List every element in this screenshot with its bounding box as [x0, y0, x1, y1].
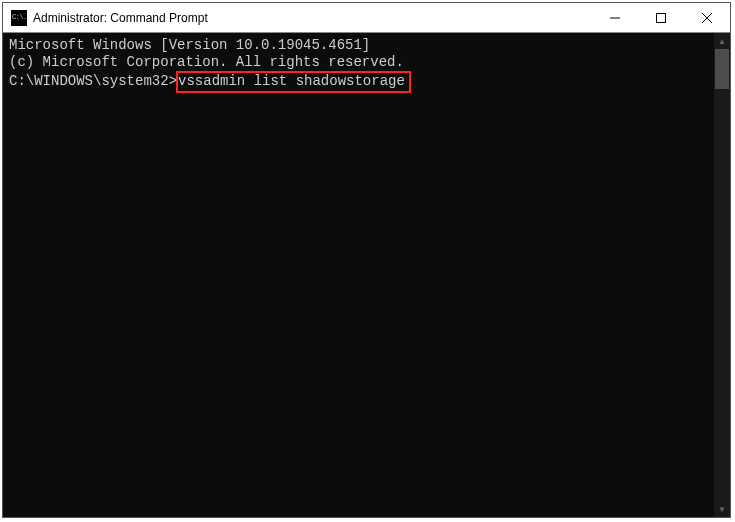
vertical-scrollbar[interactable]: ▲ ▼ — [714, 33, 730, 517]
window-controls — [592, 3, 730, 32]
terminal-prompt-line: C:\WINDOWS\system32>vssadmin list shadow… — [9, 71, 708, 93]
maximize-button[interactable] — [638, 3, 684, 32]
minimize-icon — [610, 13, 620, 23]
minimize-button[interactable] — [592, 3, 638, 32]
cmd-icon: C:\. — [11, 10, 27, 26]
close-icon — [702, 13, 712, 23]
terminal-output-line: Microsoft Windows [Version 10.0.19045.46… — [9, 37, 708, 54]
scrollbar-down-arrow[interactable]: ▼ — [714, 501, 730, 517]
terminal-prompt: C:\WINDOWS\system32> — [9, 73, 177, 89]
scrollbar-track[interactable] — [714, 49, 730, 501]
command-highlight: vssadmin list shadowstorage — [176, 71, 411, 93]
window-title: Administrator: Command Prompt — [33, 11, 592, 25]
terminal-content[interactable]: Microsoft Windows [Version 10.0.19045.46… — [3, 33, 714, 517]
maximize-icon — [656, 13, 666, 23]
terminal-area[interactable]: Microsoft Windows [Version 10.0.19045.46… — [3, 33, 730, 517]
titlebar[interactable]: C:\. Administrator: Command Prompt — [3, 3, 730, 33]
terminal-output-line: (c) Microsoft Corporation. All rights re… — [9, 54, 708, 71]
svg-rect-1 — [657, 13, 666, 22]
terminal-command: vssadmin list shadowstorage — [178, 73, 405, 89]
close-button[interactable] — [684, 3, 730, 32]
scrollbar-thumb[interactable] — [715, 49, 729, 89]
scrollbar-up-arrow[interactable]: ▲ — [714, 33, 730, 49]
command-prompt-window: C:\. Administrator: Command Prompt — [2, 2, 731, 518]
